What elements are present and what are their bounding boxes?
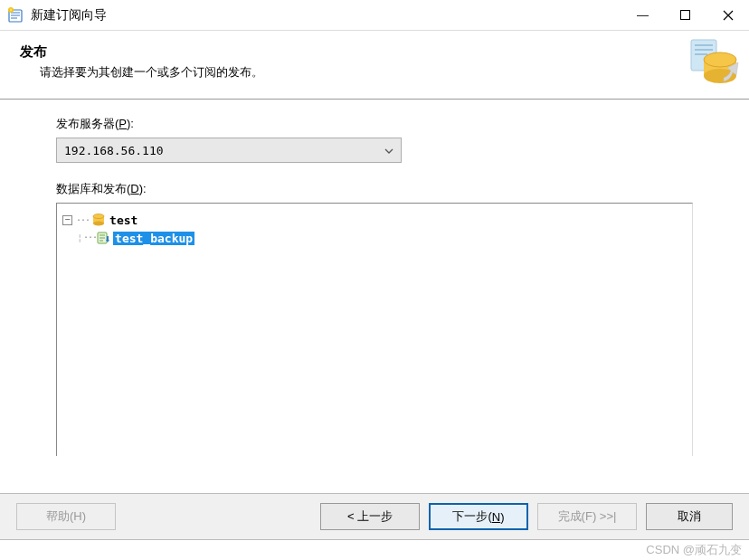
publication-icon [687, 36, 742, 90]
chevron-down-icon [384, 145, 393, 157]
tree-root-label: test [109, 214, 137, 227]
collapse-icon[interactable]: − [62, 215, 72, 225]
wizard-icon [7, 7, 24, 24]
cancel-button[interactable]: 取消 [646, 503, 733, 530]
finish-button[interactable]: 完成(F) >>| [537, 503, 637, 530]
publisher-label: 发布服务器(P): [56, 116, 693, 132]
tree-child-label: test_backup [113, 232, 194, 245]
tree-connector: ··· [76, 215, 90, 225]
next-button[interactable]: 下一步(N) [429, 503, 528, 530]
title-bar: 新建订阅向导 — [0, 0, 749, 31]
back-button[interactable]: < 上一步 [320, 503, 420, 530]
svg-point-10 [93, 222, 104, 226]
tree-child-row[interactable]: ￤··· test_backup [75, 229, 687, 247]
svg-rect-2 [681, 11, 690, 20]
window-controls: — [621, 0, 749, 30]
wizard-content: 发布服务器(P): 192.168.56.110 数据库和发布(D): − ··… [0, 100, 749, 456]
publisher-combobox[interactable]: 192.168.56.110 [56, 138, 402, 163]
publisher-value: 192.168.56.110 [64, 144, 384, 157]
page-description: 请选择要为其创建一个或多个订阅的发布。 [40, 64, 729, 81]
minimize-button[interactable]: — [621, 0, 664, 30]
page-title: 发布 [20, 43, 729, 61]
watermark: CSDN @顽石九变 [646, 542, 742, 558]
maximize-button[interactable] [664, 0, 706, 30]
close-button[interactable] [706, 0, 749, 30]
wizard-header: 发布 请选择要为其创建一个或多个订阅的发布。 [0, 31, 749, 100]
window-title: 新建订阅向导 [31, 7, 621, 24]
wizard-button-bar: 帮助(H) < 上一步 下一步(N) 完成(F) >>| 取消 [0, 493, 749, 540]
tree-root-row[interactable]: − ··· test [62, 211, 687, 229]
tree-connector: ￤··· [75, 232, 97, 244]
database-icon [91, 213, 106, 227]
publications-tree[interactable]: − ··· test ￤··· test_backup [56, 203, 693, 456]
help-button[interactable]: 帮助(H) [16, 503, 116, 530]
publication-item-icon [97, 231, 111, 245]
database-publications-label: 数据库和发布(D): [56, 181, 693, 197]
